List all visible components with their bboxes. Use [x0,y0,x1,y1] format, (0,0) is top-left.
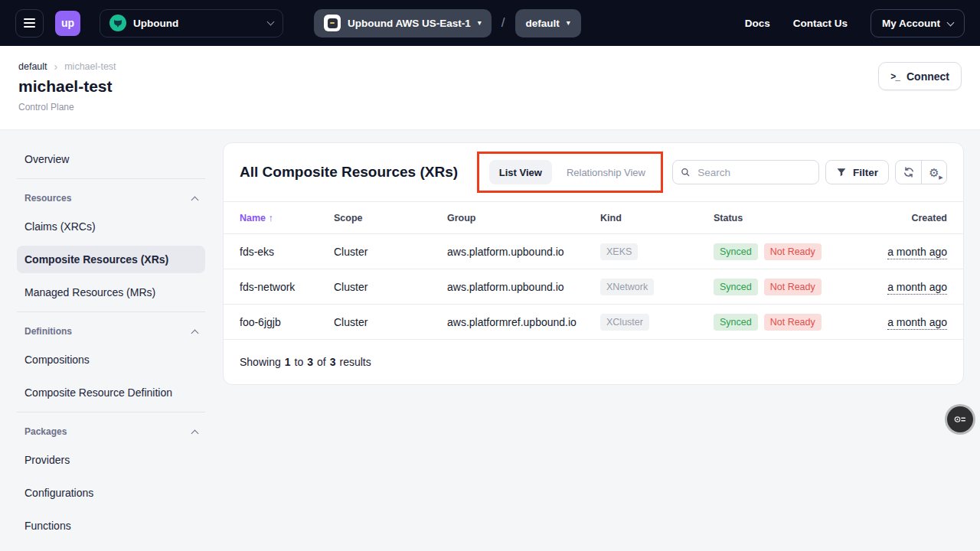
caret-down-icon: ▾ [567,19,570,27]
kind-badge: XEKS [600,243,638,260]
sidebar-item-configurations[interactable]: Configurations [17,479,205,507]
refresh-icon [903,166,915,178]
sidebar-item-functions[interactable]: Functions [17,512,205,540]
cell-scope: Cluster [333,269,446,305]
cell-created: a month ago [874,305,963,340]
control-plane-icon [324,15,341,31]
connect-label: Connect [906,70,949,83]
content-area: Overview Resources Claims (XRCs) Composi… [0,130,980,551]
view-toggle: List View Relationship View [489,160,655,184]
upbound-logo[interactable]: up [55,11,80,36]
terminal-icon: >_ [890,71,900,82]
table-row[interactable]: foo-6jgjb Cluster aws.platformref.upboun… [224,305,963,340]
table-row[interactable]: fds-network Cluster aws.platform.upbound… [224,269,963,305]
auto-refresh-settings-button[interactable]: ⚙▶ [921,161,946,184]
cell-group: aws.platform.upbound.io [446,234,599,269]
search-box [672,160,819,184]
column-header-scope[interactable]: Scope [333,202,446,234]
main-panel: All Composite Resources (XRs) List View … [223,142,964,385]
page-title: michael-test [18,77,962,96]
kind-badge: XCluster [600,314,649,331]
cell-status: SyncedNot Ready [713,269,874,305]
filter-label: Filter [853,167,878,178]
sidebar: Overview Resources Claims (XRCs) Composi… [17,145,205,545]
relative-time: a month ago [887,281,947,295]
kind-badge: XNetwork [600,279,654,295]
column-header-created[interactable]: Created [874,202,963,234]
control-plane-selector[interactable]: Upbound AWS US-East-1 ▾ [314,9,492,37]
cell-name: fds-network [224,269,333,305]
path-separator: / [501,15,505,31]
gear-play-icon: ⚙▶ [929,167,939,178]
cell-created: a month ago [874,269,963,305]
org-switcher-dropdown[interactable]: Upbound [100,9,283,37]
chevron-down-icon [267,18,275,25]
sidebar-item-composite-resource-definition[interactable]: Composite Resource Definition [17,379,205,406]
sidebar-item-claims[interactable]: Claims (XRCs) [17,213,205,240]
sidebar-item-managed-resources[interactable]: Managed Resources (MRs) [17,279,205,306]
panel-header: All Composite Resources (XRs) List View … [224,143,963,201]
sort-ascending-icon: ↑ [269,213,273,223]
section-title: Definitions [24,326,72,337]
feedback-form-icon [953,412,967,426]
status-badge-not-ready: Not Ready [764,279,822,295]
breadcrumb-item-current: michael-test [64,61,116,72]
sidebar-section-definitions[interactable]: Definitions [17,320,205,343]
sidebar-divider [17,311,205,312]
column-header-name[interactable]: Name ↑ [224,202,333,234]
breadcrumb-item-default[interactable]: default [18,61,47,72]
hamburger-icon [24,18,35,20]
column-header-status[interactable]: Status [713,202,874,234]
relative-time: a month ago [887,246,947,259]
navbar-right: Docs Contact Us My Account [745,9,965,37]
filter-button[interactable]: Filter [825,160,889,184]
caret-down-icon: ▾ [478,19,482,27]
sidebar-section-resources[interactable]: Resources [17,187,205,210]
sidebar-item-overview[interactable]: Overview [17,145,205,173]
org-switcher-label: Upbound [133,18,261,29]
panel-title: All Composite Resources (XRs) [240,164,458,181]
sidebar-item-providers[interactable]: Providers [17,446,205,474]
my-account-button[interactable]: My Account [871,9,965,37]
table-header-row: Name ↑ Scope Group Kind Status Created [224,202,963,234]
relative-time: a month ago [887,316,947,330]
sidebar-section-packages[interactable]: Packages [17,420,205,443]
table-actions: ⚙▶ [895,160,947,184]
group-selector[interactable]: default ▾ [515,9,581,37]
column-header-group[interactable]: Group [446,202,599,234]
nav-link-contact-us[interactable]: Contact Us [793,18,848,29]
cell-kind: XNetwork [599,269,713,305]
connect-button[interactable]: >_ Connect [878,62,962,90]
section-title: Packages [24,426,67,437]
page-header: default › michael-test michael-test Cont… [0,46,980,130]
feedback-widget-button[interactable] [947,406,973,432]
status-badge-synced: Synced [714,279,758,295]
sidebar-item-compositions[interactable]: Compositions [17,346,205,373]
refresh-button[interactable] [896,161,921,184]
cell-name: fds-eks [224,234,333,269]
table-row[interactable]: fds-eks Cluster aws.platform.upbound.io … [224,234,963,269]
status-badge-not-ready: Not Ready [764,243,822,260]
cell-scope: Cluster [333,234,446,269]
tab-list-view[interactable]: List View [489,160,552,184]
menu-button[interactable] [15,9,44,37]
org-avatar-icon [109,15,126,31]
cell-status: SyncedNot Ready [713,305,874,340]
sidebar-item-composite-resources[interactable]: Composite Resources (XRs) [17,246,205,273]
column-header-kind[interactable]: Kind [599,202,713,234]
my-account-label: My Account [882,18,940,29]
cell-created: a month ago [874,234,963,269]
status-badge-synced: Synced [714,314,758,331]
cell-group: aws.platform.upbound.io [446,269,599,305]
nav-link-docs[interactable]: Docs [745,18,770,29]
search-input[interactable] [696,166,811,179]
cell-scope: Cluster [333,305,446,340]
cell-kind: XCluster [599,305,713,340]
group-label: default [526,18,560,29]
chevron-up-icon [191,196,199,204]
tab-relationship-view[interactable]: Relationship View [557,160,655,184]
breadcrumb-separator-icon: › [54,61,58,72]
cell-status: SyncedNot Ready [713,234,874,269]
chevron-up-icon [191,429,199,437]
section-title: Resources [24,193,71,204]
